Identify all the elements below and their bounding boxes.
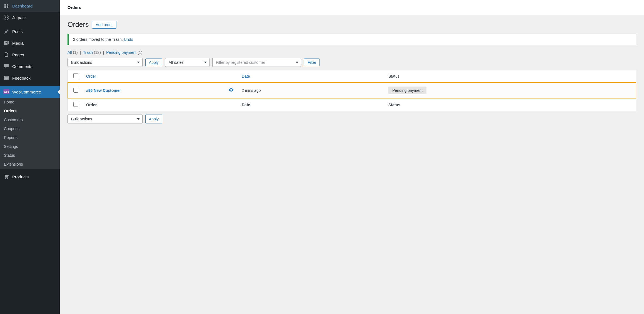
customer-filter-select[interactable]: Filter by registered customer — [212, 58, 301, 67]
sidebar-item-label: Posts — [12, 29, 23, 34]
controls-bottom: Bulk actions Apply — [68, 115, 636, 123]
order-date: 2 mins ago — [238, 83, 385, 98]
submenu-item-reports[interactable]: Reports — [0, 133, 60, 142]
date-filter-select[interactable]: All dates — [165, 58, 209, 67]
admin-sidebar: Dashboard Jetpack Posts Media Pages Comm… — [0, 0, 60, 314]
controls-top: Bulk actions Apply All dates Filter by r… — [68, 58, 636, 67]
comment-icon — [3, 63, 9, 69]
sidebar-item-label: Comments — [12, 64, 33, 69]
apply-button-bottom[interactable]: Apply — [145, 115, 162, 123]
preview-icon[interactable] — [228, 87, 234, 94]
sort-date-header[interactable]: Date — [242, 74, 250, 78]
filter-trash-count: (12) — [94, 50, 101, 55]
submenu-item-customers[interactable]: Customers — [0, 115, 60, 124]
submenu-item-orders[interactable]: Orders — [0, 107, 60, 115]
submenu-item-coupons[interactable]: Coupons — [0, 124, 60, 133]
pages-icon — [3, 52, 9, 58]
sidebar-item-dashboard[interactable]: Dashboard — [0, 0, 60, 12]
topbar: Orders — [60, 0, 644, 15]
sidebar-item-label: Feedback — [12, 76, 31, 80]
sidebar-item-feedback[interactable]: Feedback — [0, 72, 60, 84]
sidebar-item-label: Pages — [12, 52, 24, 57]
submenu-item-extensions[interactable]: Extensions — [0, 160, 60, 169]
svg-point-0 — [4, 15, 9, 20]
content-area: Orders Add order 2 orders moved to the T… — [60, 15, 644, 129]
sidebar-item-pages[interactable]: Pages — [0, 49, 60, 60]
woocommerce-icon: Woo — [3, 89, 9, 95]
add-order-button[interactable]: Add order — [92, 21, 116, 29]
page-header: Orders Add order — [68, 21, 636, 29]
sidebar-item-label: WooCommerce — [12, 90, 41, 94]
submenu-item-status[interactable]: Status — [0, 151, 60, 160]
sort-date-footer[interactable]: Date — [242, 103, 250, 107]
topbar-title: Orders — [68, 5, 636, 10]
sidebar-item-woocommerce[interactable]: Woo WooCommerce — [0, 86, 60, 98]
status-footer: Status — [385, 98, 636, 111]
filter-links: All (1) | Trash (12) | Pending payment (… — [68, 50, 636, 55]
sort-order-footer[interactable]: Order — [86, 103, 97, 107]
submenu-item-home[interactable]: Home — [0, 98, 60, 107]
row-checkbox[interactable] — [73, 88, 78, 93]
sidebar-item-media[interactable]: Media — [0, 37, 60, 49]
media-icon — [3, 40, 9, 46]
products-icon — [3, 174, 9, 180]
pin-icon — [3, 28, 9, 34]
sidebar-item-comments[interactable]: Comments — [0, 60, 60, 72]
table-row[interactable]: #96 New Customer 2 mins ago Pending paym… — [68, 83, 636, 98]
sidebar-item-label: Products — [12, 174, 29, 179]
bulk-actions-select-bottom[interactable]: Bulk actions — [68, 115, 143, 123]
sidebar-item-posts[interactable]: Posts — [0, 26, 60, 37]
jetpack-icon — [3, 14, 9, 21]
page-title: Orders — [68, 21, 89, 29]
sidebar-item-label: Media — [12, 41, 24, 45]
filter-button[interactable]: Filter — [304, 59, 320, 66]
select-all-checkbox-bottom[interactable] — [73, 102, 78, 107]
sidebar-item-jetpack[interactable]: Jetpack — [0, 12, 60, 23]
status-header: Status — [385, 70, 636, 83]
sort-order-header[interactable]: Order — [86, 74, 96, 78]
notice-undo-link[interactable]: Undo — [124, 37, 133, 42]
filter-trash-link[interactable]: Trash — [83, 50, 93, 55]
submenu-item-settings[interactable]: Settings — [0, 142, 60, 151]
table-header-row: Order Date Status — [68, 70, 636, 83]
filter-all-link[interactable]: All — [68, 50, 72, 55]
filter-all-count: (1) — [73, 50, 78, 55]
bulk-actions-select[interactable]: Bulk actions — [68, 58, 143, 67]
feedback-icon — [3, 75, 9, 81]
select-all-checkbox[interactable] — [73, 73, 78, 78]
sidebar-item-products[interactable]: Products — [0, 171, 60, 183]
woocommerce-submenu: Home Orders Customers Coupons Reports Se… — [0, 98, 60, 169]
order-link[interactable]: #96 New Customer — [86, 88, 121, 93]
filter-pending-link[interactable]: Pending payment — [106, 50, 136, 55]
table-footer-row: Order Date Status — [68, 98, 636, 111]
main-content: Orders Orders Add order 2 orders moved t… — [60, 0, 644, 314]
sidebar-item-label: Jetpack — [12, 15, 27, 20]
apply-button-top[interactable]: Apply — [145, 59, 162, 66]
orders-table: Order Date Status #96 New Customer 2 min… — [68, 70, 636, 111]
dashboard-icon — [3, 3, 9, 9]
notice-trash: 2 orders moved to the Trash. Undo — [68, 34, 636, 45]
order-status-badge: Pending payment — [388, 87, 426, 94]
filter-pending-count: (1) — [138, 50, 142, 55]
sidebar-item-label: Dashboard — [12, 4, 33, 8]
notice-text: 2 orders moved to the Trash. — [73, 37, 123, 42]
